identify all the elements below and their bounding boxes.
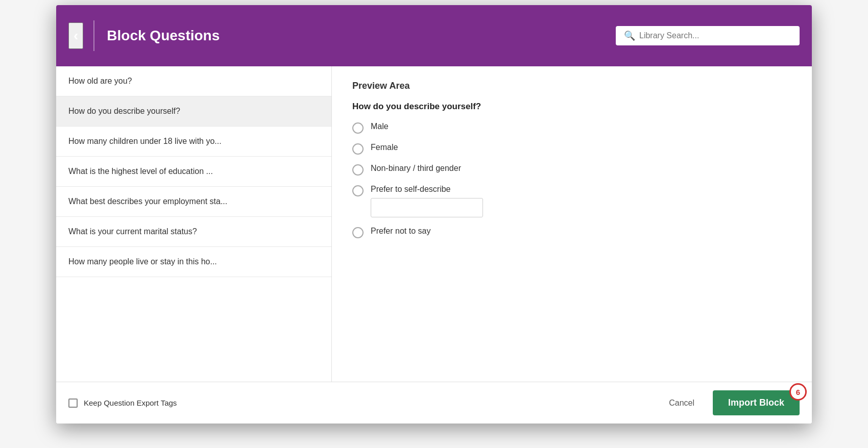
modal-body: How old are you?How do you describe your… [56, 66, 812, 382]
question-list-item[interactable]: How do you describe yourself? [56, 96, 331, 127]
preview-panel: Preview Area How do you describe yoursel… [332, 66, 812, 382]
export-tags-checkbox[interactable] [68, 399, 78, 408]
preview-question-text: How do you describe yourself? [352, 102, 791, 112]
radio-label: Prefer not to say [371, 227, 430, 235]
radio-option-nonbinary: Non-binary / third gender [352, 164, 791, 176]
import-block-button[interactable]: Import Block [713, 390, 800, 415]
radio-label: Female [371, 143, 398, 152]
question-list-item[interactable]: What is your current marital status? [56, 217, 331, 247]
question-list-item[interactable]: How many people live or stay in this ho.… [56, 247, 331, 277]
radio-option-selfdescribe: Prefer to self-describe [352, 185, 791, 217]
import-btn-wrapper: Import Block 6 [713, 390, 800, 415]
radio-label-wrap: Male [371, 122, 389, 131]
export-tags-label: Keep Question Export Tags [84, 399, 177, 407]
radio-label-wrap: Female [371, 143, 398, 152]
footer-right: Cancel Import Block 6 [661, 390, 800, 415]
question-list-item[interactable]: How old are you? [56, 66, 331, 96]
question-list-item[interactable]: What is the highest level of education .… [56, 157, 331, 187]
radio-option-male: Male [352, 122, 791, 134]
radio-label-wrap: Non-binary / third gender [371, 164, 461, 173]
import-badge-count: 6 [789, 383, 807, 401]
preview-area-title: Preview Area [352, 81, 791, 91]
options-container: MaleFemaleNon-binary / third genderPrefe… [352, 122, 791, 238]
modal-footer: Keep Question Export Tags Cancel Import … [56, 382, 812, 424]
radio-option-female: Female [352, 143, 791, 155]
radio-label: Prefer to self-describe [371, 185, 451, 193]
radio-label-wrap: Prefer to self-describe [371, 185, 483, 217]
radio-circle[interactable] [352, 164, 364, 176]
cancel-button[interactable]: Cancel [661, 393, 703, 413]
search-input[interactable] [639, 31, 791, 40]
footer-left: Keep Question Export Tags [68, 399, 177, 408]
radio-label: Non-binary / third gender [371, 164, 461, 172]
radio-option-notsay: Prefer not to say [352, 227, 791, 238]
question-list-item[interactable]: What best describes your employment sta.… [56, 187, 331, 217]
radio-circle[interactable] [352, 122, 364, 134]
modal-header: ‹ Block Questions 🔍 [56, 5, 812, 66]
question-list: How old are you?How do you describe your… [56, 66, 332, 382]
block-questions-modal: ‹ Block Questions 🔍 How old are you?How … [56, 5, 812, 424]
radio-circle[interactable] [352, 143, 364, 155]
radio-circle[interactable] [352, 227, 364, 238]
radio-circle[interactable] [352, 185, 364, 196]
radio-label: Male [371, 122, 389, 131]
radio-label-wrap: Prefer not to say [371, 227, 430, 236]
search-bar: 🔍 [616, 26, 800, 45]
header-divider [93, 20, 94, 51]
modal-title: Block Questions [107, 28, 616, 44]
question-list-item[interactable]: How many children under 18 live with yo.… [56, 127, 331, 157]
self-describe-input[interactable] [371, 198, 483, 217]
back-button[interactable]: ‹ [68, 22, 83, 49]
search-icon: 🔍 [624, 30, 635, 41]
